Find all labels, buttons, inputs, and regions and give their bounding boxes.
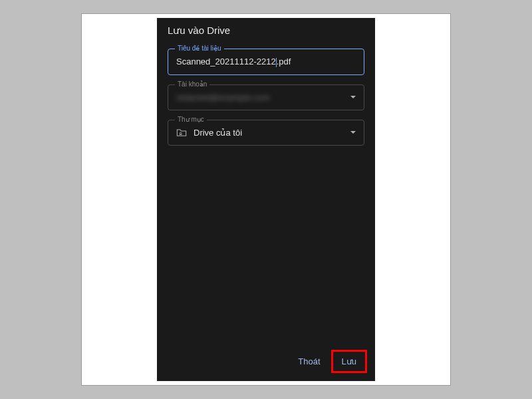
outer-frame: Lưu vào Drive Tiêu đề tài liệu Scanned_2…: [81, 13, 451, 386]
save-button[interactable]: Lưu: [332, 351, 366, 372]
account-dropdown[interactable]: Tài khoản redacted@example.com: [168, 84, 364, 110]
folder-dropdown[interactable]: Thư mục Drive của tôi: [168, 120, 364, 146]
folder-icon: [176, 128, 187, 137]
form-area: Tiêu đề tài liệu Scanned_20211112-2212.p…: [157, 49, 375, 146]
folder-value: Drive của tôi: [194, 128, 344, 138]
chevron-down-icon: [350, 131, 356, 134]
document-title-value: Scanned_20211112-2212.pdf: [176, 57, 356, 67]
cancel-button[interactable]: Thoát: [289, 351, 329, 372]
dialog-footer: Thoát Lưu: [157, 344, 375, 381]
chevron-down-icon: [350, 96, 356, 98]
folder-label: Thư mục: [175, 116, 207, 123]
account-label: Tài khoản: [175, 80, 209, 88]
save-to-drive-dialog: Lưu vào Drive Tiêu đề tài liệu Scanned_2…: [157, 18, 375, 381]
document-title-label: Tiêu đề tài liệu: [175, 45, 224, 52]
account-value: redacted@example.com: [176, 92, 344, 102]
document-title-field[interactable]: Tiêu đề tài liệu Scanned_20211112-2212.p…: [168, 49, 364, 75]
